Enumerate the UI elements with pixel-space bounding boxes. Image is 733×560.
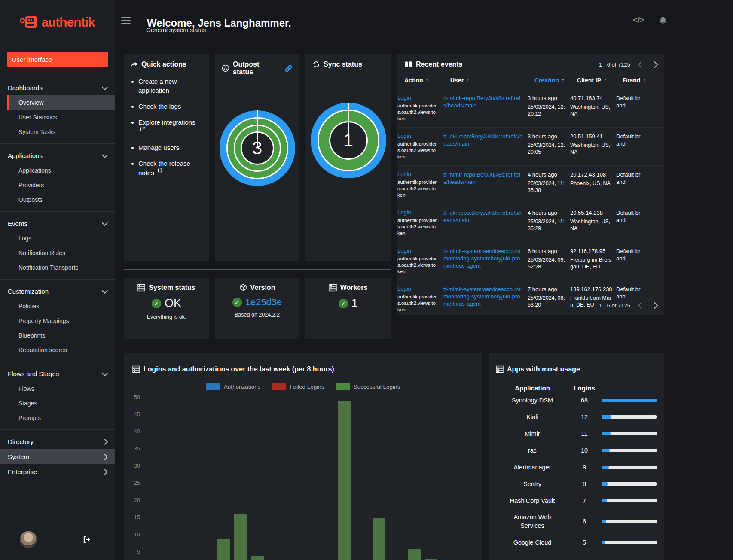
server-icon — [329, 284, 337, 292]
quick-action-explore-integrations[interactable]: Explore integrations — [138, 118, 202, 136]
sidebar-item-applications[interactable]: Applications — [7, 163, 115, 178]
chevron-right-icon — [102, 469, 108, 475]
avatar[interactable] — [20, 531, 37, 548]
api-code-icon[interactable]: </> — [633, 15, 644, 25]
section-label: Events — [8, 220, 27, 227]
app-usage-row: Kiali 12 — [489, 408, 664, 425]
column-header-brand[interactable]: Brand↕ — [623, 71, 650, 89]
sidebar-item-flows[interactable]: Flows — [7, 381, 115, 396]
event-time: 3 hours ago — [528, 94, 566, 102]
column-header-creation[interactable]: Creation↑ — [534, 71, 577, 89]
chart-legend: Authorizations Failed Logins Successful … — [124, 383, 482, 390]
event-date: 25/03/2024, 12:20:12 — [528, 103, 567, 117]
sidebar-section-events[interactable]: Events — [0, 216, 115, 231]
event-time: 3 hours ago — [528, 133, 566, 140]
sidebar-item-providers[interactable]: Providers — [7, 178, 115, 192]
event-brand: Default brand — [616, 171, 642, 186]
event-user-link[interactable]: tf-mimir-repo:BeryJu/k8s:ref:refs/heads/… — [443, 171, 524, 186]
sidebar-item-logs[interactable]: Logs — [7, 231, 115, 246]
column-header-client-ip[interactable]: Client IP↕ — [577, 71, 623, 89]
y-axis-tick: 45 — [129, 411, 140, 417]
sidebar-section-enterprise[interactable]: Enterprise — [0, 464, 115, 479]
sidebar-item-system-tasks[interactable]: System Tasks — [7, 125, 115, 139]
quick-action-create-application[interactable]: Create a new application — [138, 77, 202, 95]
sidebar-item-notification-transports[interactable]: Notification Transports — [7, 260, 115, 275]
event-user-link[interactable]: tf-loki-repo:BeryJu/k8s:ref:refs/heads/m… — [443, 133, 524, 147]
sidebar-item-notification-rules[interactable]: Notification Rules — [7, 246, 115, 260]
section-label: Flows and Stages — [8, 370, 59, 377]
sidebar-item-policies[interactable]: Policies — [7, 299, 115, 313]
workers-title: Workers — [322, 278, 375, 293]
sidebar-nav: Dashboards Overview User Statistics Syst… — [0, 74, 115, 484]
quick-action-release-notes[interactable]: Check the release notes — [138, 159, 202, 177]
sidebar-section-flows-and-stages[interactable]: Flows and Stages — [0, 366, 115, 381]
hamburger-menu-icon[interactable] — [121, 17, 131, 26]
sidebar-item-property-mappings[interactable]: Property Mappings — [7, 313, 115, 328]
authentik-logo[interactable]: authentik — [0, 0, 115, 45]
version-value[interactable]: 1e25d3e — [245, 297, 282, 308]
chevron-left-icon[interactable] — [638, 61, 645, 68]
sidebar-divider — [0, 279, 115, 280]
chevron-down-icon — [102, 219, 108, 225]
event-user-link[interactable]: tf-mimir-system:serviceaccount:monitorin… — [443, 247, 524, 269]
usage-bar-track — [602, 449, 657, 452]
y-axis-tick: 15 — [129, 514, 140, 520]
usage-bar-fill — [602, 466, 609, 469]
external-link-icon — [158, 168, 162, 173]
logout-icon[interactable] — [82, 535, 92, 544]
event-user-link[interactable]: tf-mimir-system:serviceaccount:monitorin… — [443, 286, 524, 307]
share-arrow-icon — [131, 61, 138, 68]
event-action-link[interactable]: Login — [397, 171, 439, 177]
bar-successful-logins — [373, 518, 385, 560]
server-icon — [496, 365, 504, 373]
sidebar-section-applications[interactable]: Applications — [0, 148, 115, 163]
y-axis-tick: 20 — [129, 497, 140, 503]
sort-icon: ↕ — [466, 77, 469, 84]
column-header-action[interactable]: Action↕ — [404, 71, 450, 89]
apps-usage-title: Apps with most usage — [489, 353, 664, 373]
event-action-link[interactable]: Login — [397, 133, 439, 139]
sidebar-section-directory[interactable]: Directory — [0, 434, 115, 449]
sidebar-section-customization[interactable]: Customization — [0, 284, 115, 299]
sidebar-item-label: Applications — [18, 167, 51, 174]
app-usage-row: Mimir 11 — [489, 425, 664, 442]
sync-refresh-icon — [312, 61, 320, 68]
link-icon[interactable] — [284, 64, 293, 73]
event-brand: Default brand — [616, 133, 642, 147]
sidebar-item-user-statistics[interactable]: User Statistics — [7, 110, 115, 125]
sidebar-item-outposts[interactable]: Outposts — [7, 192, 115, 207]
section-label: Customization — [8, 288, 49, 295]
check-circle-icon: ✓ — [232, 298, 242, 307]
usage-bar-fill — [602, 415, 611, 419]
pagination-top: 1 - 6 of 7125 — [599, 61, 657, 68]
chevron-down-icon — [102, 84, 108, 90]
chevron-right-icon[interactable] — [651, 302, 658, 309]
event-action-link[interactable]: Login — [397, 209, 439, 216]
column-header-user[interactable]: User↕ — [450, 71, 534, 89]
sidebar-item-label: Outposts — [18, 196, 43, 203]
event-action-link[interactable]: Login — [397, 247, 439, 254]
sidebar-item-prompts[interactable]: Prompts — [7, 411, 115, 425]
event-context: authentik.providers.oauth2.views.token — [397, 141, 437, 160]
sidebar-item-reputation-scores[interactable]: Reputation scores — [7, 343, 115, 357]
chevron-right-icon[interactable] — [651, 61, 658, 68]
sidebar-item-overview[interactable]: Overview — [7, 95, 115, 110]
sidebar-item-label: Property Mappings — [18, 317, 69, 324]
system-status-detail: Everything is ok. — [147, 314, 186, 320]
sidebar-section-dashboards[interactable]: Dashboards — [0, 80, 115, 95]
quick-actions-list: Create a new application Check the logs … — [124, 77, 209, 177]
user-interface-button[interactable]: User interface — [7, 52, 108, 67]
notifications-bell-icon[interactable] — [659, 16, 667, 25]
chevron-left-icon[interactable] — [638, 302, 645, 309]
event-user-link[interactable]: tf-mimir-repo:BeryJu/k8s:ref:refs/heads/… — [443, 94, 524, 109]
event-action-link[interactable]: Login — [397, 286, 439, 292]
event-client-ip: 139.162.176.238 — [570, 286, 612, 293]
quick-action-check-logs[interactable]: Check the logs — [138, 102, 202, 111]
quick-action-manage-users[interactable]: Manage users — [138, 143, 202, 152]
event-action-link[interactable]: Login — [397, 94, 439, 101]
event-row: Login authentik.providers.oauth2.views.t… — [397, 127, 664, 165]
event-user-link[interactable]: tf-loki-repo:BeryJu/k8s:ref:refs/heads/m… — [443, 209, 524, 224]
sidebar-item-blueprints[interactable]: Blueprints — [7, 328, 115, 343]
sidebar-section-system[interactable]: System — [0, 449, 115, 464]
sidebar-item-stages[interactable]: Stages — [7, 396, 115, 411]
